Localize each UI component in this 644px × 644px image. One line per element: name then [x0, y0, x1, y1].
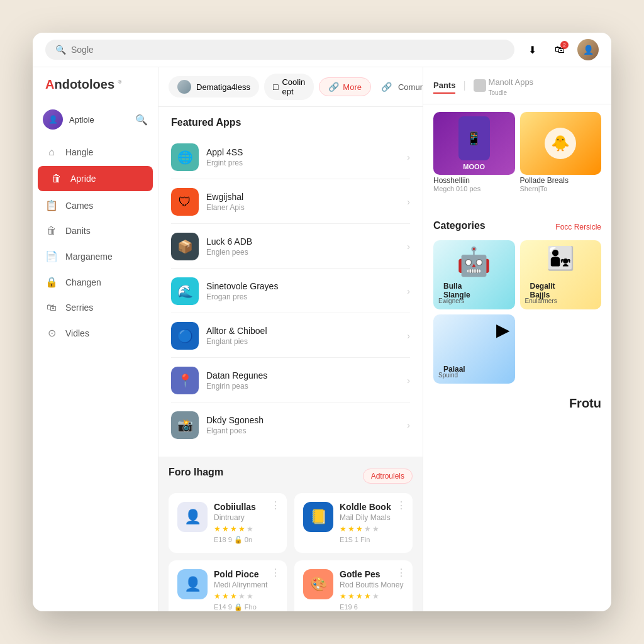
card-menu-2[interactable]: ⋮	[396, 499, 406, 511]
cards-grid: 👤 Cobiiullas Dintruary ★★★★★ E18 9 🔓 0n …	[169, 493, 413, 611]
nav-label-hangle: Hangle	[65, 147, 93, 157]
cat-label-1: Bulla Slangle	[443, 282, 470, 299]
card-1[interactable]: 👤 Cobiiullas Dintruary ★★★★★ E18 9 🔓 0n …	[169, 493, 287, 553]
card-meta-1: E18 9 🔓 0n	[214, 536, 278, 544]
adtroulels-button[interactable]: Adtroulels	[363, 469, 413, 484]
card-icon-4: 🎨	[303, 569, 333, 599]
featured-item-6[interactable]: 📍 Datan Regunes Engirin peas ›	[171, 359, 410, 402]
tab-right: 🔗 Comunce Puols 🕐	[381, 78, 423, 96]
coolinept-icon: □	[273, 82, 278, 92]
feat-label-1: Hosshelliin	[433, 176, 515, 185]
nav-label-games: Cames	[65, 201, 93, 211]
category-card-2[interactable]: 👨‍👧 Degalit Bajjls Enularmers	[520, 240, 602, 309]
bottom-section: Foro Ihagm Adtroulels 👤 Cobiiullas Dintr…	[158, 457, 423, 611]
card-2[interactable]: 📒 Koldle Book Mail Dily Maals ★★★★★ E1S …	[294, 493, 413, 553]
panel-feat-item-2[interactable]: 🐥 Pollade Breals Shern|To	[520, 112, 602, 192]
sidebar-item-vidles[interactable]: ⊙ Vidles	[33, 320, 158, 346]
featured-section: Featured Apps 🌐 Appl 4SS Ergint pres › 🛡…	[158, 107, 423, 457]
card-menu-3[interactable]: ⋮	[270, 567, 280, 579]
card-3[interactable]: 👤 Pold Pioce Medi Alirynment ★★★★★ E14 9…	[169, 560, 287, 611]
app-name-1: Appl 4SS	[206, 147, 399, 157]
card-menu-4[interactable]: ⋮	[396, 567, 406, 579]
card-sub-2: Mail Dily Maals	[340, 513, 404, 522]
panel-featured-images: 📱 MOOO Hosshelliin Megch 010 pes 🐥	[423, 104, 611, 213]
chevron-icon-3: ›	[407, 242, 410, 252]
content-area: Dematiga4less □ Coolin ept 🔗 More 🔗 Comu…	[158, 67, 611, 611]
topbar-icons: ⬇ 🛍 2 👤	[522, 39, 599, 60]
card-title-4: Gotle Pes	[340, 569, 404, 579]
nav-label-series: Serries	[65, 303, 93, 313]
feat-label-2: Pollade Breals	[520, 176, 602, 185]
sidebar-nav: ⌂ Hangle 🗑 Apride 📋 Cames 🗑 Danits 📄	[33, 140, 158, 601]
main-layout: Andotoloes ® 👤 Aptloie 🔍 ⌂ Hangle 🗑	[33, 67, 611, 611]
tab-more[interactable]: 🔗 More	[319, 77, 371, 96]
tab-coolinept[interactable]: □ Coolin ept	[264, 74, 314, 100]
android-icon: 🤖	[457, 245, 491, 278]
chevron-icon-4: ›	[407, 286, 410, 296]
card-meta-4: E19 6	[340, 603, 404, 611]
nav-label-change: Changen	[65, 277, 101, 287]
bottom-section-title: Foro Ihagm	[169, 467, 223, 478]
cart-button[interactable]: 🛍 2	[550, 40, 570, 60]
right-panel: Pants | Manolt Apps Toudle	[423, 67, 611, 611]
app-info-2: Ewgijshal Elaner Apis	[206, 192, 399, 212]
app-icon-2: 🛡	[171, 188, 199, 216]
app-name-4: Sinetovole Grayes	[206, 281, 399, 291]
sidebar-item-hangle[interactable]: ⌂ Hangle	[33, 140, 158, 165]
sidebar-item-changen[interactable]: 🔒 Changen	[33, 269, 158, 295]
categories-link[interactable]: Focc Rersicle	[555, 223, 601, 231]
search-bar[interactable]: 🔍	[45, 40, 514, 60]
card-menu-1[interactable]: ⋮	[270, 499, 280, 511]
app-icon-5: 🔵	[171, 322, 199, 350]
card-title-2: Koldle Book	[340, 502, 404, 512]
search-input[interactable]	[71, 45, 504, 55]
games-icon: 📋	[45, 199, 58, 211]
app-icon-3: 📦	[171, 233, 199, 260]
mooo-icon: 📱	[466, 131, 482, 146]
category-card-1[interactable]: 🤖 Bulla Slangle Ewigners	[433, 240, 515, 309]
download-button[interactable]: ⬇	[522, 40, 542, 60]
card-sub-1: Dintruary	[214, 513, 278, 522]
card-title-3: Pold Pioce	[214, 569, 278, 579]
panel-images-grid: 📱 MOOO Hosshelliin Megch 010 pes 🐥	[433, 112, 601, 197]
nav-label-vidles: Vidles	[65, 328, 89, 338]
card-4[interactable]: 🎨 Gotle Pes Rod Bouttis Money ★★★★★ E19 …	[294, 560, 413, 611]
frot-section: Frotu	[423, 391, 611, 416]
featured-item-4[interactable]: 🌊 Sinetovole Grayes Erogan pres ›	[171, 270, 410, 313]
categories-title: Categories	[433, 220, 486, 231]
app-icon-4: 🌊	[171, 277, 199, 305]
danits-icon: 🗑	[45, 225, 58, 236]
sidebar-item-marganeme[interactable]: 📄 Marganeme	[33, 243, 158, 269]
card-stars-3: ★★★★★	[214, 592, 278, 601]
featured-item-2[interactable]: 🛡 Ewgijshal Elaner Apis ›	[171, 180, 410, 224]
panel-tab-pants[interactable]: Pants	[433, 78, 455, 94]
sidebar-item-danits[interactable]: 🗑 Danits	[33, 218, 158, 243]
panel-feat-item-1[interactable]: 📱 MOOO Hosshelliin Megch 010 pes	[433, 112, 515, 192]
user-avatar[interactable]: 👤	[577, 39, 599, 60]
tab-user-chip[interactable]: Dematiga4less	[169, 76, 259, 97]
sidebar-item-apride[interactable]: 🗑 Apride	[38, 166, 153, 191]
app-info-1: Appl 4SS Ergint pres	[206, 147, 399, 167]
card-sub-4: Rod Bouttis Money	[340, 580, 404, 589]
app-sub-7: Elgant poes	[206, 426, 399, 435]
card-icon-2: 📒	[303, 502, 333, 532]
sidebar-search-icon[interactable]: 🔍	[135, 114, 148, 126]
tab-bar: Dematiga4less □ Coolin ept 🔗 More 🔗 Comu…	[158, 67, 423, 107]
center-panel: Dematiga4less □ Coolin ept 🔗 More 🔗 Comu…	[158, 67, 423, 611]
featured-list: 🌐 Appl 4SS Ergint pres › 🛡 Ewgijshal Ela…	[171, 136, 410, 447]
categories-grid: 🤖 Bulla Slangle Ewigners 👨‍👧 Degalit Baj…	[433, 240, 601, 384]
panel-tab-manolt[interactable]: Manolt Apps	[489, 75, 534, 89]
featured-item-5[interactable]: 🔵 Alltor & Chiboel Englant pies ›	[171, 314, 410, 358]
app-name-2: Ewgijshal	[206, 192, 399, 202]
sidebar-item-games[interactable]: 📋 Cames	[33, 192, 158, 218]
featured-item-1[interactable]: 🌐 Appl 4SS Ergint pres ›	[171, 136, 410, 179]
featured-item-3[interactable]: 📦 Luck 6 ADB Englen pees ›	[171, 225, 410, 269]
cat-label-3: Paiaal	[443, 365, 465, 374]
app-sub-2: Elaner Apis	[206, 203, 399, 212]
media-icon: ▶	[496, 319, 510, 340]
app-info-6: Datan Regunes Engirin peas	[206, 370, 399, 391]
category-card-3[interactable]: ▶ Paiaal Spuind	[433, 314, 515, 384]
sidebar-item-serries[interactable]: 🛍 Serries	[33, 295, 158, 320]
app-name-7: Dkdy Sgonesh	[206, 415, 399, 425]
featured-item-7[interactable]: 📸 Dkdy Sgonesh Elgant poes ›	[171, 404, 410, 447]
